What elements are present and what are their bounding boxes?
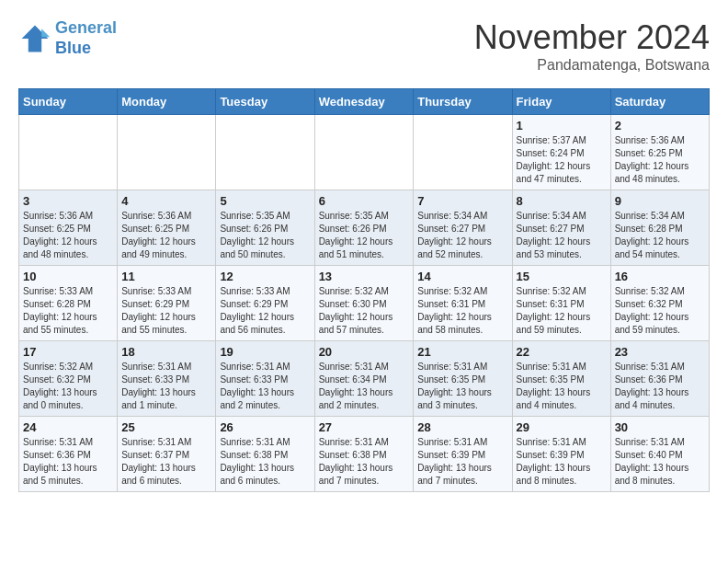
weekday-header: Sunday bbox=[19, 89, 118, 115]
day-info: Sunrise: 5:34 AM Sunset: 6:27 PM Dayligh… bbox=[517, 210, 607, 261]
page-header: General Blue November 2024 Pandamatenga,… bbox=[18, 18, 710, 74]
calendar-header: SundayMondayTuesdayWednesdayThursdayFrid… bbox=[19, 89, 710, 115]
day-number: 27 bbox=[319, 420, 410, 434]
day-info: Sunrise: 5:36 AM Sunset: 6:25 PM Dayligh… bbox=[615, 134, 705, 186]
calendar-cell: 8Sunrise: 5:34 AM Sunset: 6:27 PM Daylig… bbox=[512, 190, 610, 266]
calendar-cell: 9Sunrise: 5:34 AM Sunset: 6:28 PM Daylig… bbox=[610, 190, 709, 266]
weekday-header: Tuesday bbox=[216, 89, 314, 115]
day-info: Sunrise: 5:32 AM Sunset: 6:32 PM Dayligh… bbox=[615, 285, 705, 337]
logo: General Blue bbox=[18, 18, 117, 58]
day-info: Sunrise: 5:31 AM Sunset: 6:35 PM Dayligh… bbox=[517, 361, 607, 412]
calendar-cell: 14Sunrise: 5:32 AM Sunset: 6:31 PM Dayli… bbox=[414, 266, 512, 341]
day-info: Sunrise: 5:37 AM Sunset: 6:24 PM Dayligh… bbox=[517, 134, 607, 186]
day-number: 9 bbox=[615, 194, 705, 208]
day-number: 15 bbox=[517, 270, 607, 283]
calendar-cell: 23Sunrise: 5:31 AM Sunset: 6:36 PM Dayli… bbox=[610, 341, 709, 417]
day-info: Sunrise: 5:31 AM Sunset: 6:38 PM Dayligh… bbox=[220, 436, 310, 488]
day-number: 26 bbox=[220, 420, 310, 434]
calendar-cell: 21Sunrise: 5:31 AM Sunset: 6:35 PM Dayli… bbox=[414, 341, 512, 417]
calendar-cell bbox=[314, 115, 414, 190]
calendar-cell: 3Sunrise: 5:36 AM Sunset: 6:25 PM Daylig… bbox=[19, 190, 118, 266]
day-number: 2 bbox=[615, 119, 705, 132]
day-number: 13 bbox=[319, 270, 410, 283]
calendar-cell: 17Sunrise: 5:32 AM Sunset: 6:32 PM Dayli… bbox=[19, 341, 118, 417]
day-info: Sunrise: 5:32 AM Sunset: 6:31 PM Dayligh… bbox=[517, 285, 607, 337]
day-number: 24 bbox=[23, 420, 113, 434]
day-info: Sunrise: 5:31 AM Sunset: 6:37 PM Dayligh… bbox=[121, 436, 211, 488]
calendar-cell: 7Sunrise: 5:34 AM Sunset: 6:27 PM Daylig… bbox=[414, 190, 512, 266]
calendar-cell bbox=[19, 115, 118, 190]
weekday-header: Wednesday bbox=[314, 89, 414, 115]
day-number: 22 bbox=[517, 345, 607, 359]
day-number: 21 bbox=[417, 345, 507, 359]
calendar-cell: 5Sunrise: 5:35 AM Sunset: 6:26 PM Daylig… bbox=[216, 190, 314, 266]
calendar-cell bbox=[118, 115, 216, 190]
day-number: 7 bbox=[417, 194, 507, 208]
day-number: 12 bbox=[220, 270, 310, 283]
day-number: 4 bbox=[121, 194, 211, 208]
day-info: Sunrise: 5:31 AM Sunset: 6:39 PM Dayligh… bbox=[417, 436, 507, 488]
logo-text: General Blue bbox=[55, 18, 117, 58]
day-number: 3 bbox=[23, 194, 113, 208]
day-info: Sunrise: 5:32 AM Sunset: 6:30 PM Dayligh… bbox=[319, 285, 410, 337]
day-number: 28 bbox=[417, 420, 507, 434]
day-number: 30 bbox=[615, 420, 705, 434]
calendar-cell: 12Sunrise: 5:33 AM Sunset: 6:29 PM Dayli… bbox=[216, 266, 314, 341]
day-number: 23 bbox=[615, 345, 705, 359]
calendar-cell: 2Sunrise: 5:36 AM Sunset: 6:25 PM Daylig… bbox=[610, 115, 709, 190]
day-info: Sunrise: 5:33 AM Sunset: 6:29 PM Dayligh… bbox=[220, 285, 310, 337]
calendar-table: SundayMondayTuesdayWednesdayThursdayFrid… bbox=[18, 88, 710, 492]
day-number: 16 bbox=[615, 270, 705, 283]
weekday-header: Friday bbox=[512, 89, 610, 115]
day-number: 5 bbox=[220, 194, 310, 208]
calendar-cell: 30Sunrise: 5:31 AM Sunset: 6:40 PM Dayli… bbox=[610, 417, 709, 492]
day-number: 14 bbox=[417, 270, 507, 283]
month-title: November 2024 bbox=[474, 18, 710, 57]
day-info: Sunrise: 5:36 AM Sunset: 6:25 PM Dayligh… bbox=[23, 210, 113, 261]
day-info: Sunrise: 5:31 AM Sunset: 6:36 PM Dayligh… bbox=[23, 436, 113, 488]
calendar-cell: 28Sunrise: 5:31 AM Sunset: 6:39 PM Dayli… bbox=[414, 417, 512, 492]
calendar-cell: 11Sunrise: 5:33 AM Sunset: 6:29 PM Dayli… bbox=[118, 266, 216, 341]
day-number: 6 bbox=[319, 194, 410, 208]
calendar-cell bbox=[216, 115, 314, 190]
calendar-cell: 6Sunrise: 5:35 AM Sunset: 6:26 PM Daylig… bbox=[314, 190, 414, 266]
calendar-cell: 10Sunrise: 5:33 AM Sunset: 6:28 PM Dayli… bbox=[19, 266, 118, 341]
day-info: Sunrise: 5:31 AM Sunset: 6:34 PM Dayligh… bbox=[319, 361, 410, 412]
day-number: 8 bbox=[517, 194, 607, 208]
calendar-cell: 20Sunrise: 5:31 AM Sunset: 6:34 PM Dayli… bbox=[314, 341, 414, 417]
day-info: Sunrise: 5:31 AM Sunset: 6:38 PM Dayligh… bbox=[319, 436, 410, 488]
day-info: Sunrise: 5:31 AM Sunset: 6:33 PM Dayligh… bbox=[220, 361, 310, 412]
calendar-cell: 1Sunrise: 5:37 AM Sunset: 6:24 PM Daylig… bbox=[512, 115, 610, 190]
calendar-cell: 25Sunrise: 5:31 AM Sunset: 6:37 PM Dayli… bbox=[118, 417, 216, 492]
calendar-cell: 19Sunrise: 5:31 AM Sunset: 6:33 PM Dayli… bbox=[216, 341, 314, 417]
day-info: Sunrise: 5:35 AM Sunset: 6:26 PM Dayligh… bbox=[220, 210, 310, 261]
logo-icon bbox=[18, 22, 51, 55]
location-title: Pandamatenga, Botswana bbox=[474, 57, 710, 74]
day-info: Sunrise: 5:35 AM Sunset: 6:26 PM Dayligh… bbox=[319, 210, 410, 261]
day-info: Sunrise: 5:36 AM Sunset: 6:25 PM Dayligh… bbox=[121, 210, 211, 261]
weekday-header: Monday bbox=[118, 89, 216, 115]
svg-marker-1 bbox=[41, 29, 50, 37]
day-number: 20 bbox=[319, 345, 410, 359]
calendar-cell: 27Sunrise: 5:31 AM Sunset: 6:38 PM Dayli… bbox=[314, 417, 414, 492]
day-info: Sunrise: 5:31 AM Sunset: 6:33 PM Dayligh… bbox=[121, 361, 211, 412]
day-info: Sunrise: 5:31 AM Sunset: 6:35 PM Dayligh… bbox=[417, 361, 507, 412]
day-info: Sunrise: 5:33 AM Sunset: 6:29 PM Dayligh… bbox=[121, 285, 211, 337]
calendar-cell: 24Sunrise: 5:31 AM Sunset: 6:36 PM Dayli… bbox=[19, 417, 118, 492]
calendar-cell: 4Sunrise: 5:36 AM Sunset: 6:25 PM Daylig… bbox=[118, 190, 216, 266]
day-info: Sunrise: 5:33 AM Sunset: 6:28 PM Dayligh… bbox=[23, 285, 113, 337]
calendar-cell: 13Sunrise: 5:32 AM Sunset: 6:30 PM Dayli… bbox=[314, 266, 414, 341]
day-number: 10 bbox=[23, 270, 113, 283]
title-block: November 2024 Pandamatenga, Botswana bbox=[474, 18, 710, 74]
calendar-cell: 15Sunrise: 5:32 AM Sunset: 6:31 PM Dayli… bbox=[512, 266, 610, 341]
calendar-cell: 29Sunrise: 5:31 AM Sunset: 6:39 PM Dayli… bbox=[512, 417, 610, 492]
day-info: Sunrise: 5:31 AM Sunset: 6:36 PM Dayligh… bbox=[615, 361, 705, 412]
day-number: 11 bbox=[121, 270, 211, 283]
calendar-cell: 26Sunrise: 5:31 AM Sunset: 6:38 PM Dayli… bbox=[216, 417, 314, 492]
svg-marker-0 bbox=[22, 25, 49, 52]
day-info: Sunrise: 5:32 AM Sunset: 6:32 PM Dayligh… bbox=[23, 361, 113, 412]
day-info: Sunrise: 5:32 AM Sunset: 6:31 PM Dayligh… bbox=[417, 285, 507, 337]
day-info: Sunrise: 5:31 AM Sunset: 6:40 PM Dayligh… bbox=[615, 436, 705, 488]
day-number: 17 bbox=[23, 345, 113, 359]
day-number: 19 bbox=[220, 345, 310, 359]
